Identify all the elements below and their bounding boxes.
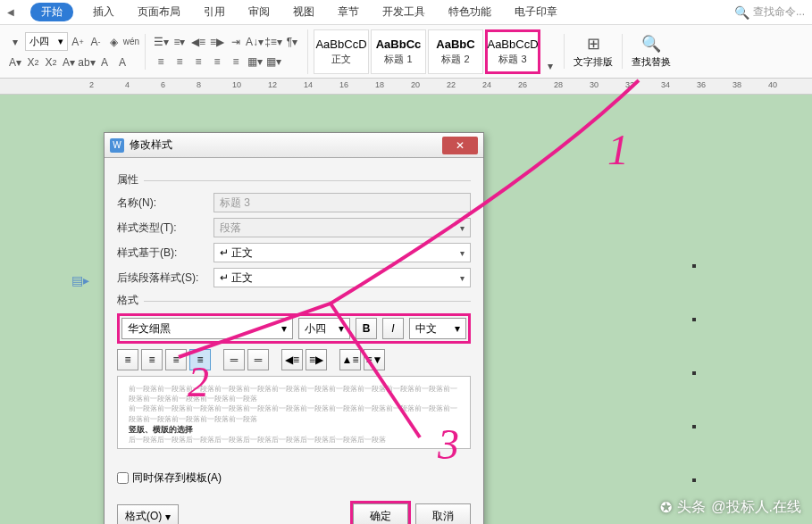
tab-references[interactable]: 引用: [200, 3, 229, 21]
dialog-titlebar[interactable]: W 修改样式 ✕: [105, 133, 483, 158]
paragraph-group: ☰▾ ≡▾ ◀≡ ≡▶ ⇥ A↓▾ ‡≡▾ ¶▾ ≡ ≡ ≡ ≡ ≡ ▦▾ ▦▾: [145, 34, 307, 70]
tab-review[interactable]: 审阅: [245, 3, 273, 21]
bold-button[interactable]: B: [356, 318, 377, 339]
text-layout-icon: ⊞: [587, 34, 600, 54]
paragraph-format-row: ≡ ≡ ≡ ≡ ═ ═ ◀≡ ≡▶ ▲≡ ≡▼: [117, 349, 471, 370]
watermark-icon: ✪: [660, 499, 672, 516]
font-size-select[interactable]: 小四▾: [298, 318, 350, 339]
styles-gallery: AaBbCcD 正文 AaBbCc 标题 1 AaBbC 标题 2 AaBbCc…: [307, 29, 564, 74]
tab-chapter[interactable]: 章节: [334, 3, 363, 21]
superscript-icon[interactable]: X2: [25, 54, 41, 71]
italic-button[interactable]: I: [382, 318, 404, 339]
modify-style-dialog: W 修改样式 ✕ 属性 名称(N): 标题 3 样式类型(T): 段落▾ 样式基…: [104, 132, 484, 524]
close-button[interactable]: ✕: [442, 137, 478, 154]
annotation-2: 2: [188, 357, 209, 406]
command-search[interactable]: 🔍 查找命令...: [734, 4, 805, 20]
shading-icon[interactable]: ▦▾: [247, 54, 263, 70]
find-icon: 🔍: [641, 34, 661, 54]
font-name-dd[interactable]: ▾: [7, 34, 23, 50]
align-right-icon[interactable]: ≡: [190, 54, 206, 70]
name-input[interactable]: 标题 3: [213, 193, 471, 212]
align-left-icon[interactable]: ≡: [153, 54, 169, 70]
dialog-title-text: 修改样式: [130, 137, 172, 153]
next-select[interactable]: ↵ 正文▾: [213, 268, 471, 287]
dlg-para-after[interactable]: ≡▼: [364, 349, 385, 370]
font-color-icon[interactable]: A▾: [61, 54, 77, 71]
horizontal-ruler[interactable]: 2 4 6 8 10 12 14 16 18 20 22 24 26 28 30…: [0, 79, 812, 95]
find-replace-group[interactable]: 🔍 查找替换: [622, 34, 680, 69]
annotation-3: 3: [438, 420, 459, 469]
line-spacing-icon[interactable]: ‡≡▾: [265, 34, 281, 50]
tab-insert[interactable]: 插入: [89, 3, 118, 21]
distribute-icon[interactable]: ≡: [228, 54, 244, 70]
dlg-para-before[interactable]: ▲≡: [339, 349, 361, 370]
highlight-icon[interactable]: ab▾: [79, 54, 95, 71]
format-menu-button[interactable]: 格式(O)▾: [117, 504, 179, 524]
tab-layout[interactable]: 页面布局: [134, 3, 184, 21]
borders-icon[interactable]: ▦▾: [265, 54, 281, 70]
annotation-1: 1: [607, 125, 629, 174]
save-template-checkbox[interactable]: 同时保存到模板(A): [117, 470, 222, 486]
dlg-indent-inc[interactable]: ≡▶: [306, 349, 327, 370]
grow-font-icon[interactable]: A+: [70, 34, 86, 50]
shrink-font-icon[interactable]: A-: [88, 34, 104, 50]
text-effect-icon[interactable]: A▾: [7, 54, 23, 71]
outdent-icon[interactable]: ◀≡: [190, 34, 206, 50]
style-heading1[interactable]: AaBbCc 标题 1: [371, 29, 426, 74]
ribbon-tabs: ◀ 开始 插入 页面布局 引用 审阅 视图 章节 开发工具 特色功能 电子印章 …: [0, 0, 812, 25]
subscript-icon[interactable]: X2: [43, 54, 59, 71]
style-preview-box: 前一段落前一段落前一段落前一段落前一段落前一段落前一段落前一段落前一段落前一段落…: [117, 376, 471, 449]
show-marks-icon[interactable]: ¶▾: [284, 34, 300, 50]
cancel-button[interactable]: 取消: [415, 503, 471, 524]
align-justify-icon[interactable]: ≡: [209, 54, 225, 70]
tab-scroll-left[interactable]: ◀: [7, 7, 14, 17]
ribbon-toolbar: ▾ 小四▾ A+ A- ◈ wén A▾ X2 X2 A▾ ab▾ A A ☰▾…: [0, 25, 812, 79]
doc-bullets: [692, 264, 696, 524]
dlg-align-left[interactable]: ≡: [117, 349, 138, 370]
tab-stamp[interactable]: 电子印章: [511, 3, 561, 21]
style-normal[interactable]: AaBbCcD 正文: [314, 29, 369, 74]
nav-pane-icon[interactable]: ▤▸: [71, 273, 89, 287]
search-placeholder: 查找命令...: [753, 4, 805, 20]
tab-special[interactable]: 特色功能: [445, 3, 495, 21]
style-heading2[interactable]: AaBbC 标题 2: [428, 29, 483, 74]
font-format-row: 华文细黑▾ 小四▾ B I 中文▾: [117, 313, 471, 344]
styles-more-icon[interactable]: ▾: [542, 58, 558, 74]
lang-select[interactable]: 中文▾: [409, 318, 466, 339]
clear-format-icon[interactable]: ◈: [105, 34, 121, 50]
char-border-icon[interactable]: A: [96, 54, 113, 71]
dlg-align-right[interactable]: ≡: [165, 349, 187, 370]
based-label: 样式基于(B):: [117, 245, 206, 261]
font-size-dd[interactable]: 小四▾: [25, 32, 68, 51]
text-layout-group[interactable]: ⊞ 文字排版: [564, 34, 622, 69]
dlg-spacing-1[interactable]: ═: [223, 349, 245, 370]
align-center-icon[interactable]: ≡: [172, 54, 188, 70]
tab-stops-icon[interactable]: ⇥: [228, 34, 244, 50]
name-label: 名称(N):: [117, 195, 206, 211]
sort-icon[interactable]: A↓▾: [247, 34, 263, 50]
dlg-spacing-2[interactable]: ═: [247, 349, 269, 370]
ok-button[interactable]: 确定: [353, 503, 408, 524]
type-select[interactable]: 段落▾: [213, 218, 471, 237]
format-section-label: 格式: [117, 293, 471, 308]
char-shading-icon[interactable]: A: [114, 54, 130, 71]
dlg-indent-dec[interactable]: ◀≡: [281, 349, 303, 370]
font-group: ▾ 小四▾ A+ A- ◈ wén A▾ X2 X2 A▾ ab▾ A A: [2, 32, 145, 71]
indent-icon[interactable]: ≡▶: [209, 34, 225, 50]
phonetic-icon[interactable]: wén: [123, 34, 139, 50]
font-name-select[interactable]: 华文细黑▾: [121, 318, 293, 339]
dlg-align-center[interactable]: ≡: [141, 349, 163, 370]
search-icon: 🔍: [734, 5, 749, 20]
tab-start[interactable]: 开始: [30, 3, 73, 21]
based-select[interactable]: ↵ 正文▾: [213, 243, 471, 262]
numbering-icon[interactable]: ≡▾: [172, 34, 188, 50]
next-label: 后续段落样式(S):: [117, 270, 206, 286]
tab-dev[interactable]: 开发工具: [379, 3, 429, 21]
style-heading3[interactable]: AaBbCcD 标题 3: [485, 29, 540, 74]
tab-view[interactable]: 视图: [289, 3, 318, 21]
type-label: 样式类型(T):: [117, 220, 206, 236]
props-section-label: 属性: [117, 172, 471, 187]
app-icon: W: [110, 138, 124, 153]
watermark: ✪ 头条 @投标人.在线: [660, 498, 801, 517]
bullets-icon[interactable]: ☰▾: [153, 34, 169, 50]
